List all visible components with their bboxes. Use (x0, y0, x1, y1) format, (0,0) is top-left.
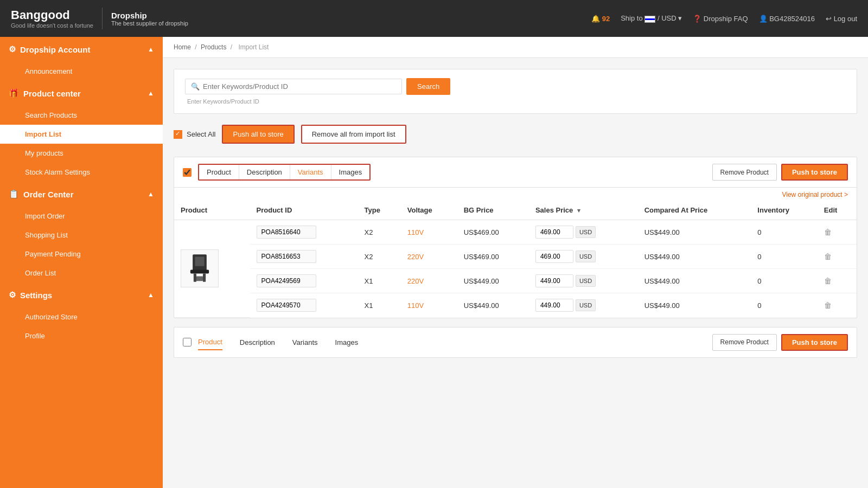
flag-icon (644, 16, 655, 23)
voltage-value: 220V (407, 253, 424, 261)
sidebar-item-announcement[interactable]: Announcement (0, 62, 163, 81)
sidebar-item-search-products[interactable]: Search Products (0, 106, 163, 125)
bg-price-cell: US$449.00 (457, 269, 529, 293)
search-bar: 🔍 Search Enter Keywords/Product ID (174, 69, 857, 114)
tab2-variants[interactable]: Variants (292, 335, 318, 350)
sidebar-item-import-list[interactable]: Import List (0, 125, 163, 144)
voltage-cell: 220V (401, 245, 457, 269)
delete-icon[interactable]: 🗑 (824, 301, 832, 310)
type-cell: X1 (358, 293, 400, 318)
sidebar-item-payment-pending[interactable]: Payment Pending (0, 245, 163, 264)
sidebar-item-stock-alarm[interactable]: Stock Alarm Settings (0, 163, 163, 182)
sales-price-input[interactable] (535, 274, 573, 287)
tab-product-1[interactable]: Product (199, 165, 239, 179)
sort-icon[interactable]: ▾ (577, 207, 580, 214)
sidebar-item-order-list[interactable]: Order List (0, 264, 163, 282)
product-card-1-checkbox[interactable] (183, 168, 192, 177)
voltage-value: 110V (407, 301, 424, 310)
product-card-2-checkbox[interactable] (183, 338, 192, 346)
sales-price-input[interactable] (535, 226, 573, 239)
currency-badge: USD (576, 299, 596, 311)
sales-price-cell: USD (529, 220, 638, 245)
tab-variants-1[interactable]: Variants (290, 165, 331, 179)
tab2-description[interactable]: Description (240, 335, 275, 350)
sidebar-item-shopping-list[interactable]: Shopping List (0, 226, 163, 245)
delete-icon[interactable]: 🗑 (824, 277, 832, 285)
bg-price-cell: US$469.00 (457, 245, 529, 269)
logout-button[interactable]: ↩ Log out (826, 15, 857, 23)
variants-table: Product Product ID Type Voltage BG Price… (174, 201, 857, 318)
view-original-link[interactable]: View original product > (174, 188, 857, 201)
currency-badge: USD (576, 251, 596, 262)
search-button[interactable]: Search (406, 78, 450, 95)
tab2-images[interactable]: Images (335, 335, 359, 350)
svg-rect-1 (195, 257, 204, 266)
logo-text: Banggood (11, 8, 93, 22)
sales-price-input[interactable] (535, 299, 573, 312)
sales-price-input[interactable] (535, 250, 573, 263)
inventory-cell: 0 (751, 269, 818, 293)
tab2-product[interactable]: Product (198, 335, 222, 350)
push-to-store-button-2[interactable]: Push to store (781, 334, 848, 351)
voltage-cell: 110V (401, 293, 457, 318)
product-id-input[interactable] (257, 299, 316, 312)
breadcrumb-products[interactable]: Products (201, 43, 226, 51)
search-hint: Enter Keywords/Product ID (187, 98, 846, 105)
compared-price-cell: US$449.00 (638, 293, 751, 318)
table-row: X2220VUS$469.00 USD US$449.000🗑 (174, 245, 857, 269)
logo: Banggood Good life doesn't cost a fortun… (11, 8, 93, 29)
product-id-cell (250, 220, 358, 245)
voltage-value: 110V (407, 228, 424, 236)
product-id-input[interactable] (257, 226, 316, 239)
sales-price-cell: USD (529, 269, 638, 293)
push-to-store-button-1[interactable]: Push to store (781, 164, 848, 181)
list-icon: 📋 (9, 189, 19, 199)
sidebar-item-profile[interactable]: Profile (0, 326, 163, 345)
sidebar-item-my-products[interactable]: My products (0, 144, 163, 163)
sidebar-group-label-order: Order Center (23, 190, 74, 199)
delete-icon[interactable]: 🗑 (824, 252, 832, 261)
push-all-button[interactable]: Push all to store (222, 125, 294, 144)
printer-svg (186, 252, 213, 285)
notification-bell[interactable]: 🔔 92 (591, 15, 610, 23)
voltage-cell: 110V (401, 220, 457, 245)
sidebar-item-import-order[interactable]: Import Order (0, 207, 163, 226)
product-id-input[interactable] (257, 274, 316, 287)
tab-description-1[interactable]: Description (239, 165, 290, 179)
breadcrumb-current: Import List (238, 43, 269, 51)
logo-area: Banggood Good life doesn't cost a fortun… (11, 8, 93, 29)
select-all-checkbox[interactable] (174, 130, 182, 139)
product-id-cell (250, 269, 358, 293)
sidebar-group-label-product: Product center (23, 89, 81, 98)
product-card-1-header: Product Description Variants Images Remo… (174, 157, 857, 188)
product-id-cell (250, 293, 358, 318)
layout: ⚙ Dropship Account ▲ Announcement 🎁 Prod… (0, 37, 868, 488)
search-input[interactable] (203, 82, 396, 91)
sidebar-item-authorized-store[interactable]: Authorized Store (0, 307, 163, 326)
search-input-wrap: 🔍 (185, 79, 402, 94)
remove-product-button-1[interactable]: Remove Product (712, 164, 777, 181)
brand-title: Dropship (111, 11, 188, 20)
remove-product-button-2[interactable]: Remove Product (712, 334, 777, 351)
inventory-cell: 0 (751, 220, 818, 245)
sidebar-group-order-center[interactable]: 📋 Order Center ▲ (0, 182, 163, 207)
remove-all-button[interactable]: Remove all from import list (301, 125, 406, 144)
breadcrumb-home[interactable]: Home (174, 43, 191, 51)
sales-price-cell: USD (529, 245, 638, 269)
delete-icon[interactable]: 🗑 (824, 228, 832, 236)
compared-price-cell: US$449.00 (638, 245, 751, 269)
chevron-up-icon-3: ▲ (148, 190, 154, 198)
edit-cell: 🗑 (818, 220, 857, 245)
col-bg-price: BG Price (457, 201, 529, 220)
currency-badge: USD (576, 275, 596, 287)
product-id-input[interactable] (257, 250, 316, 263)
tab-images-1[interactable]: Images (331, 165, 370, 179)
sidebar-group-product-center[interactable]: 🎁 Product center ▲ (0, 81, 163, 106)
ship-to[interactable]: Ship to / USD ▾ (621, 14, 682, 22)
faq-link[interactable]: ❓ Dropship FAQ (693, 15, 748, 23)
col-sales-price: Sales Price ▾ (529, 201, 638, 220)
sidebar-group-settings[interactable]: ⚙ Settings ▲ (0, 282, 163, 307)
sales-price-wrap: USD (535, 226, 631, 239)
sidebar-group-dropship-account[interactable]: ⚙ Dropship Account ▲ (0, 37, 163, 62)
username[interactable]: 👤 BG428524016 (759, 15, 815, 23)
